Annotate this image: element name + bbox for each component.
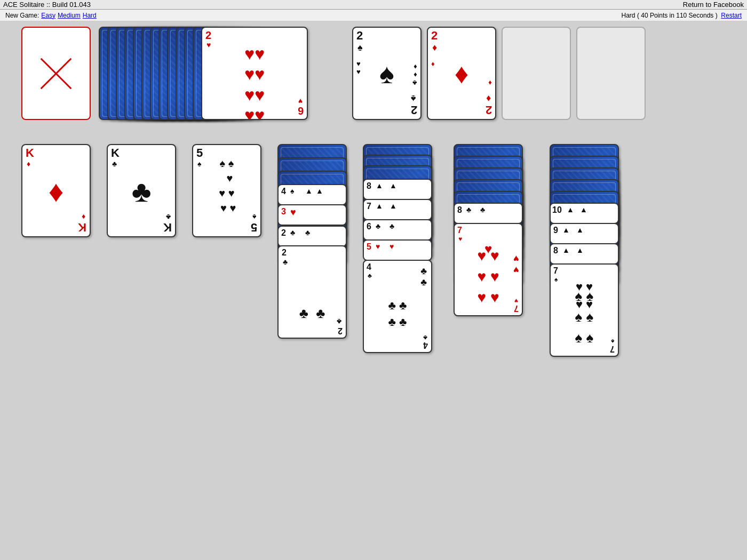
col4-card-3h[interactable]: 3 ♥	[277, 204, 347, 226]
tableau-col2[interactable]: K ♣ ♣ K ♣	[107, 144, 176, 237]
difficulty-text: Hard ( 40 Points in 110 Seconds )	[622, 12, 718, 19]
stock-pile[interactable]	[21, 27, 91, 120]
foundation-4[interactable]	[576, 27, 646, 120]
col5-card-6c[interactable]: 6 ♣ ♣	[363, 219, 432, 241]
col7-card-8s[interactable]: 8 ▲ ▲	[550, 243, 619, 265]
tableau-col1[interactable]: K ♦ ♦ K ♦	[21, 144, 91, 237]
medium-link[interactable]: Medium	[58, 12, 81, 19]
foundation-3[interactable]	[502, 27, 571, 120]
col7-card-7s[interactable]: 7 ♠ ♠ ♠♠ ♠♠ ♠ 7 ♠ ♥ ♥♥ ♥	[550, 263, 619, 357]
hard-link[interactable]: Hard	[83, 12, 97, 19]
col7-card-10s[interactable]: 10 ▲ ▲	[550, 203, 619, 224]
foundation-2[interactable]: 2 ♦ ♦ 2 ♦ ♦ ♦	[427, 27, 496, 120]
col7-card-9s[interactable]: 9 ▲ ▲	[550, 223, 619, 244]
easy-link[interactable]: Easy	[41, 12, 55, 19]
menu-right: Hard ( 40 Points in 110 Seconds ) Restar…	[622, 12, 742, 19]
col5-card-7s[interactable]: 7 ▲ ▲	[363, 199, 432, 220]
restart-link[interactable]: Restart	[721, 12, 742, 19]
col5-card-4c[interactable]: 4 ♣ ♣ ♣♣ ♣ 4 ♣ ♣ ♣	[363, 260, 432, 353]
tableau-col3[interactable]: 5 ♠ ♠ ♠ ♥♥ ♥ ♥ ♥ 5 ♠	[192, 144, 261, 237]
foundation-1[interactable]: 2 ♠ ♠ 2 ♠ ♣ ♥ ♥ ♦ ♦	[352, 27, 422, 120]
col4-card-4s[interactable]: 4 ♠ ▲ ▲	[277, 184, 347, 205]
menu-left: New Game: Easy Medium Hard	[5, 12, 97, 19]
talon-top-card[interactable]: 2 ♥ ♥♥♥♥♥♥♥♥ 6 ♥	[201, 27, 308, 120]
new-game-label: New Game:	[5, 12, 39, 19]
title-bar: ACE Solitaire :: Build 01.043 Return to …	[0, 0, 747, 10]
menu-bar: New Game: Easy Medium Hard Hard ( 40 Poi…	[0, 10, 747, 21]
col4-card-2c[interactable]: 2 ♣ ♣	[277, 226, 347, 247]
talon-pile[interactable]: 2 ♥ ♥♥♥♥♥♥♥♥ 6 ♥	[99, 27, 301, 120]
col6-card-7h[interactable]: 7 ♥ ♥ ♥♥ ♥♥ ♥ 7 ♥ ♥ ♥♥	[454, 223, 523, 316]
col6-card-8c[interactable]: 8 ♣ ♣	[454, 203, 523, 224]
game-area: 2 ♥ ♥♥♥♥♥♥♥♥ 6 ♥ 2 ♠ ♠ 2 ♠ ♣ ♥ ♥ ♦ ♦	[0, 21, 747, 549]
col4-card-2c-bottom[interactable]: 2 ♣ ♣ ♣ 2 ♣	[277, 245, 347, 339]
title-text: ACE Solitaire :: Build 01.043	[3, 1, 91, 9]
col5-card-5h[interactable]: 5 ♥ ♥	[363, 239, 432, 261]
return-facebook-link[interactable]: Return to Facebook	[683, 1, 744, 9]
col5-card-8s[interactable]: 8 ▲ ▲	[363, 179, 432, 200]
